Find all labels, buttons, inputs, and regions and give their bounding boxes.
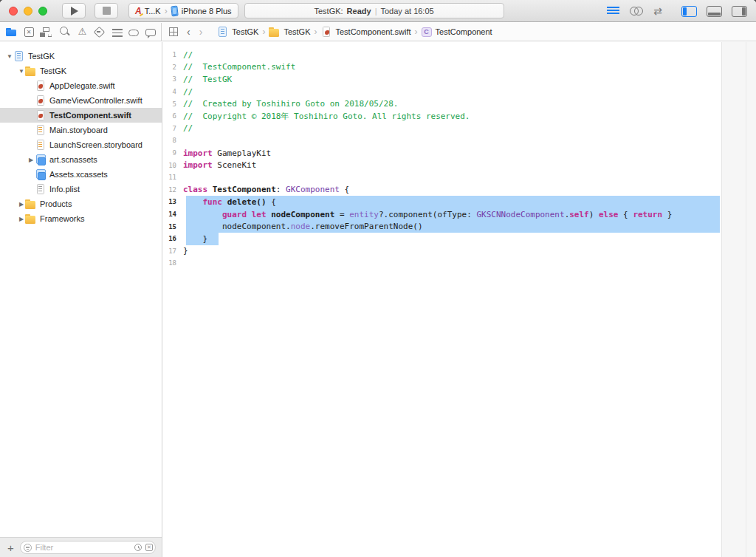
line-number[interactable]: 15 <box>162 223 183 230</box>
version-editor-button[interactable]: ⇄ <box>653 6 662 16</box>
filter-input[interactable] <box>35 543 131 552</box>
sidebar-item-info-plist[interactable]: Info.plist <box>0 182 162 197</box>
code-line-16[interactable]: 16 } <box>162 233 756 245</box>
related-items-icon[interactable] <box>169 27 178 36</box>
add-button[interactable]: + <box>7 542 14 553</box>
scheme-selector[interactable]: A T...K › iPhone 8 Plus <box>128 3 238 18</box>
sidebar-item-testgk[interactable]: ▼TestGK <box>0 64 162 78</box>
test-navigator-icon[interactable] <box>93 26 106 38</box>
line-number[interactable]: 5 <box>162 100 183 108</box>
chevron-right-icon: › <box>415 27 418 37</box>
symbol-navigator-icon[interactable] <box>40 26 52 38</box>
forward-button[interactable]: › <box>199 27 203 36</box>
line-number[interactable]: 9 <box>162 149 183 157</box>
code-line-6[interactable]: 6// Copyright © 2018年 Toshihiro Goto. Al… <box>162 110 756 123</box>
sidebar-item-launchscreen-storyboard[interactable]: LaunchScreen.storyboard <box>0 137 162 152</box>
line-number[interactable]: 11 <box>162 174 183 181</box>
project-icon <box>217 27 228 37</box>
code-line-17[interactable]: 17} <box>162 245 756 258</box>
code-line-5[interactable]: 5// Created by Toshihiro Goto on 2018/05… <box>162 98 756 110</box>
line-number[interactable]: 2 <box>162 64 183 71</box>
navigator-toggle-button[interactable] <box>681 6 697 17</box>
back-button[interactable]: ‹ <box>187 27 190 36</box>
toolbar-right: ⇄ <box>607 0 747 22</box>
zoom-button[interactable] <box>38 7 47 16</box>
line-number[interactable]: 16 <box>162 235 183 242</box>
line-number[interactable]: 17 <box>162 247 183 255</box>
editor-scrollbar[interactable] <box>721 42 756 557</box>
debug-navigator-icon[interactable] <box>112 29 123 37</box>
code-line-9[interactable]: 9import GameplayKit <box>162 147 756 160</box>
code-text: guard let nodeComponent = entity?.compon… <box>183 210 672 219</box>
sidebar-item-frameworks[interactable]: ▶Frameworks <box>0 211 162 226</box>
scm-filter-icon[interactable]: ✕ <box>145 544 153 551</box>
line-number[interactable]: 8 <box>162 137 183 144</box>
breadcrumb-item[interactable]: TestGK <box>269 27 310 37</box>
code-text: class TestComponent: GKComponent { <box>183 185 349 194</box>
project-navigator-icon[interactable] <box>5 26 18 38</box>
breadcrumb-item[interactable]: CTestComponent <box>422 27 492 37</box>
code-line-15[interactable]: 15 nodeComponent.node.removeFromParentNo… <box>162 220 756 233</box>
sidebar-item-products[interactable]: ▶Products <box>0 197 162 211</box>
sidebar-item-gameviewcontroller-swift[interactable]: GameViewController.swift <box>0 93 162 108</box>
utilities-toggle-button[interactable] <box>732 6 747 17</box>
sidebar-item-appdelegate-swift[interactable]: AppDelegate.swift <box>0 78 162 93</box>
breadcrumb-label: TestGK <box>284 27 310 36</box>
code-line-2[interactable]: 2// TestComponent.swift <box>162 61 756 74</box>
run-button[interactable] <box>62 3 86 18</box>
breakpoint-navigator-icon[interactable] <box>128 30 139 36</box>
swift-icon <box>35 81 46 91</box>
stop-button[interactable] <box>94 3 118 18</box>
disclosure-triangle-icon[interactable]: ▶ <box>18 201 25 208</box>
run-destination[interactable]: iPhone 8 Plus <box>182 7 232 16</box>
disclosure-triangle-icon[interactable]: ▼ <box>18 68 25 75</box>
breadcrumb-item[interactable]: TestComponent.swift <box>321 27 411 37</box>
line-number[interactable]: 7 <box>162 125 183 132</box>
code-line-18[interactable]: 18 <box>162 257 756 270</box>
disclosure-triangle-icon[interactable]: ▶ <box>27 157 35 163</box>
code-line-3[interactable]: 3// TestGK <box>162 73 756 86</box>
scheme-name[interactable]: T...K <box>145 7 161 16</box>
line-number[interactable]: 14 <box>162 211 183 218</box>
debug-area-toggle-button[interactable] <box>707 6 722 17</box>
line-number[interactable]: 13 <box>162 198 183 205</box>
code-line-11[interactable]: 11 <box>162 171 756 184</box>
report-navigator-icon[interactable] <box>145 29 156 36</box>
code-line-14[interactable]: 14 guard let nodeComponent = entity?.com… <box>162 208 756 221</box>
sidebar-item-testcomponent-swift[interactable]: TestComponent.swift <box>0 108 162 123</box>
standard-editor-button[interactable] <box>607 7 619 16</box>
code-line-7[interactable]: 7// <box>162 123 756 135</box>
disclosure-triangle-icon[interactable]: ▶ <box>18 216 25 222</box>
disclosure-triangle-icon[interactable]: ▼ <box>6 53 13 60</box>
code-line-13[interactable]: 13 func delete() { <box>162 196 756 208</box>
code-line-8[interactable]: 8 <box>162 134 756 147</box>
find-navigator-icon[interactable] <box>59 26 72 38</box>
sidebar-item-main-storyboard[interactable]: Main.storyboard <box>0 123 162 137</box>
clock-icon[interactable] <box>134 544 142 551</box>
code-line-1[interactable]: 1// <box>162 49 756 61</box>
issue-navigator-icon[interactable]: ⚠ <box>78 26 87 38</box>
line-number[interactable]: 1 <box>162 51 183 58</box>
line-number[interactable]: 3 <box>162 75 183 83</box>
minimize-button[interactable] <box>24 7 32 16</box>
line-number[interactable]: 12 <box>162 186 183 194</box>
line-number[interactable]: 18 <box>162 259 183 267</box>
breadcrumb-item[interactable]: TestGK <box>217 27 258 37</box>
assistant-editor-button[interactable] <box>630 6 643 16</box>
line-number[interactable]: 6 <box>162 112 183 120</box>
source-control-navigator-icon[interactable] <box>24 27 34 37</box>
line-number[interactable]: 4 <box>162 88 183 95</box>
code-text: // <box>183 123 193 133</box>
code-line-10[interactable]: 10import SceneKit <box>162 159 756 171</box>
filter-field[interactable]: ✕ <box>20 541 156 554</box>
code-line-4[interactable]: 4// <box>162 86 756 98</box>
storyboard-icon <box>35 125 46 135</box>
sidebar-item-assets-xcassets[interactable]: Assets.xcassets <box>0 167 162 182</box>
line-number[interactable]: 10 <box>162 162 183 169</box>
sidebar-item-testgk[interactable]: ▼TestGK <box>0 49 162 64</box>
code-text: // Created by Toshihiro Goto on 2018/05/… <box>183 99 398 109</box>
sidebar-item-art-scnassets[interactable]: ▶art.scnassets <box>0 152 162 167</box>
close-button[interactable] <box>9 7 18 16</box>
code-line-12[interactable]: 12class TestComponent: GKComponent { <box>162 184 756 197</box>
source-editor[interactable]: 1//2// TestComponent.swift3// TestGK4//5… <box>162 42 756 557</box>
